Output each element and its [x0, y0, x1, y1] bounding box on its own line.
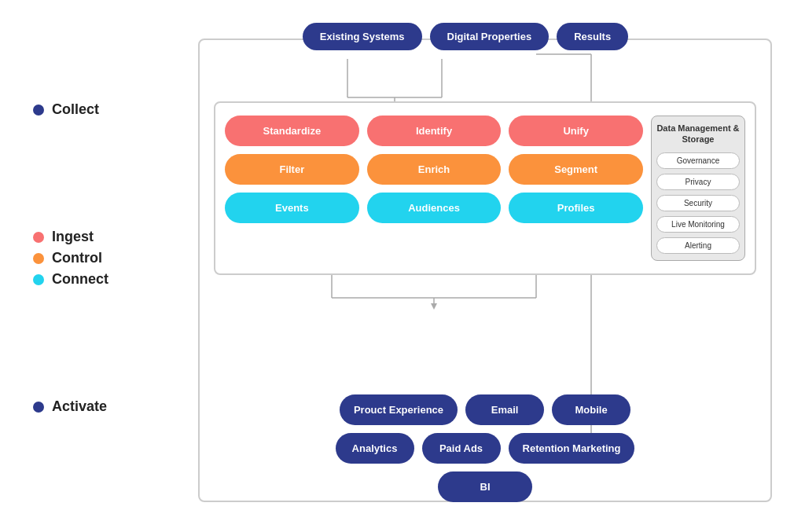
unify-button[interactable]: Unify: [509, 116, 643, 146]
paid-ads-button[interactable]: Paid Ads: [422, 433, 501, 464]
connect-row: Events Audiences Profiles: [225, 193, 643, 223]
middle-grid: Standardize Identify Unify Filter Enrich…: [225, 116, 643, 262]
activate-row-2: Analytics Paid Ads Retention Marketing: [336, 433, 635, 464]
enrich-button[interactable]: Enrich: [367, 154, 502, 185]
segment-button[interactable]: Segment: [509, 154, 643, 185]
main-container: Collect Ingest Control Connect Activate: [25, 15, 780, 518]
digital-properties-button[interactable]: Digital Properties: [430, 23, 550, 50]
data-management-panel: Data Management & Storage Governance Pri…: [651, 116, 745, 262]
activate-dot: [33, 402, 44, 413]
events-button[interactable]: Events: [225, 193, 359, 223]
connect-dot: [33, 274, 44, 285]
analytics-button[interactable]: Analytics: [336, 433, 414, 464]
activate-row-1: Prouct Experience Email Mobile: [340, 394, 630, 425]
legend-item-activate: Activate: [33, 398, 151, 415]
product-experience-button[interactable]: Prouct Experience: [340, 394, 458, 425]
activate-section: Prouct Experience Email Mobile Analytics…: [214, 394, 756, 502]
control-label: Control: [52, 250, 102, 266]
bi-button[interactable]: BI: [438, 471, 532, 502]
privacy-item: Privacy: [656, 174, 740, 190]
standardize-button[interactable]: Standardize: [225, 116, 359, 146]
data-mgmt-title: Data Management & Storage: [656, 123, 740, 145]
existing-systems-button[interactable]: Existing Systems: [303, 23, 422, 50]
identify-button[interactable]: Identify: [367, 116, 502, 146]
collect-dot: [33, 105, 44, 116]
activate-label: Activate: [52, 398, 107, 415]
ingest-label: Ingest: [52, 229, 94, 245]
email-button[interactable]: Email: [465, 394, 544, 425]
middle-inner: Standardize Identify Unify Filter Enrich…: [225, 116, 745, 262]
control-dot: [33, 253, 44, 264]
retention-marketing-button[interactable]: Retention Marketing: [509, 433, 635, 464]
filter-button[interactable]: Filter: [225, 154, 359, 185]
profiles-button[interactable]: Profiles: [509, 193, 643, 223]
results-button[interactable]: Results: [557, 23, 628, 50]
activate-rows: Prouct Experience Email Mobile Analytics…: [214, 394, 756, 502]
middle-box: Standardize Identify Unify Filter Enrich…: [214, 101, 756, 276]
ingest-row: Standardize Identify Unify: [225, 116, 643, 146]
audiences-button[interactable]: Audiences: [367, 193, 502, 223]
live-monitoring-item: Live Monitoring: [656, 216, 740, 233]
control-row: Filter Enrich Segment: [225, 154, 643, 185]
ingest-dot: [33, 232, 44, 243]
activate-row-3: BI: [438, 471, 532, 502]
diagram-area: Existing Systems Digital Properties Resu…: [151, 15, 780, 518]
legend-item-connect: Connect: [33, 271, 151, 288]
connect-label: Connect: [52, 271, 108, 288]
mobile-button[interactable]: Mobile: [552, 394, 630, 425]
collect-label: Collect: [52, 101, 99, 118]
alerting-item: Alerting: [656, 237, 740, 254]
legend-item-collect: Collect: [33, 101, 151, 118]
governance-item: Governance: [656, 152, 740, 169]
legend-item-ingest: Ingest: [33, 229, 151, 245]
legend: Collect Ingest Control Connect Activate: [25, 15, 151, 518]
security-item: Security: [656, 195, 740, 211]
collect-row: Existing Systems Digital Properties Resu…: [151, 23, 780, 50]
legend-item-control: Control: [33, 250, 151, 266]
